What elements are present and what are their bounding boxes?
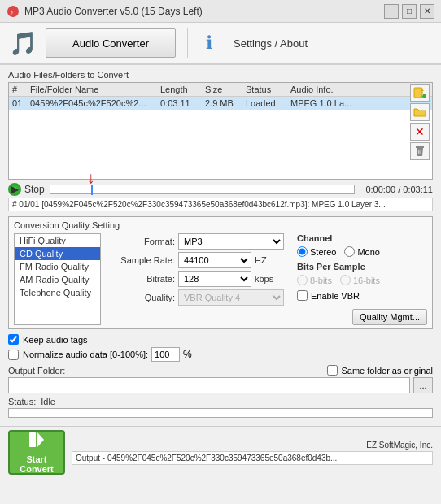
format-select[interactable]: MP3 WAV OGG AAC FLAC [178, 233, 284, 250]
svg-marker-10 [37, 432, 44, 447]
svg-rect-7 [418, 150, 420, 154]
file-actions: ✕ [408, 82, 431, 162]
quality-item-telephone[interactable]: Telephone Quality [15, 286, 100, 299]
close-button[interactable]: ✕ [420, 4, 434, 19]
toolbar: 🎵 Audio Converter ℹ Settings / About [0, 23, 441, 65]
toolbar-divider [187, 28, 188, 58]
sample-rate-unit: HZ [255, 255, 267, 265]
quality-item-cd[interactable]: CD Quality [15, 247, 100, 260]
output-folder-label: Output Folder: [8, 366, 65, 376]
enable-vbr-check[interactable]: Enable VBR [297, 290, 427, 301]
file-info-bar: # 01/01 [0459%2F045c%2F520c%2F330c359473… [8, 198, 433, 211]
progress-bar-area: ▶ Stop ↑ 0:00:00 / 0:03:11 [8, 183, 433, 196]
options-section: Keep audio tags Normalize audio data [0-… [8, 334, 433, 362]
channel-title: Channel [297, 233, 427, 243]
convert-progress-bar [8, 408, 433, 418]
remove-file-button[interactable]: ✕ [410, 123, 430, 141]
start-convert-icon [28, 431, 46, 453]
progress-track: ↑ [50, 185, 355, 194]
stop-icon: ▶ [8, 183, 21, 196]
keep-audio-tags-label: Keep audio tags [23, 335, 88, 345]
files-panel: # File/Folder Name Length Size Status Au… [8, 82, 433, 180]
stereo-option[interactable]: Stereo [297, 246, 336, 257]
quality-mgmt-button[interactable]: Quality Mgmt... [352, 309, 427, 325]
add-folder-button[interactable] [410, 103, 430, 121]
svg-rect-5 [422, 96, 427, 98]
mono-option[interactable]: Mono [344, 246, 380, 257]
progress-indicator [91, 185, 93, 195]
enable-vbr-label: Enable VBR [311, 291, 360, 301]
maximize-button[interactable]: □ [402, 4, 417, 19]
window-title: MP3 Audio Converter v5.0 (15 Days Left) [24, 6, 203, 17]
8bits-option: 8-bits [297, 275, 332, 285]
table-row[interactable]: 01 0459%2F045c%2F520c%2... 0:03:11 2.9 M… [9, 97, 432, 110]
svg-text:♪: ♪ [10, 8, 14, 16]
svg-rect-6 [416, 146, 424, 148]
right-panel: Channel Stereo Mono Bits Per Sample [297, 233, 427, 325]
channel-group: Channel Stereo Mono [297, 233, 427, 257]
sample-rate-select[interactable]: 44100 22050 11025 8000 [178, 252, 251, 268]
col-num-header: # [12, 85, 30, 94]
quality-list: HiFi Quality CD Quality FM Radio Quality… [14, 233, 101, 325]
col-length-header: Length [160, 85, 205, 94]
quality-select: VBR Quality 4 [178, 289, 284, 306]
files-table-header: # File/Folder Name Length Size Status Au… [9, 83, 432, 97]
status-label: Status: [8, 397, 36, 406]
bitrate-select[interactable]: 128 64 96 192 256 320 [178, 271, 251, 287]
browse-button[interactable]: ... [413, 377, 433, 393]
sample-rate-label: Sample Rate: [114, 255, 175, 265]
col-size-header: Size [205, 85, 246, 94]
add-file-button[interactable] [410, 84, 430, 102]
svg-rect-9 [29, 432, 36, 447]
normalize-audio-label: Normalize audio data [0-100%]: [23, 350, 148, 359]
output-section: Output Folder: Same folder as original .… [8, 365, 433, 393]
bits-group: Bits Per Sample 8-bits 16-bits [297, 262, 427, 285]
row-length: 0:03:11 [160, 98, 205, 108]
status-row: Status: Idle [8, 397, 433, 406]
audio-converter-button[interactable]: Audio Converter [46, 28, 176, 58]
row-size: 2.9 MB [205, 98, 246, 108]
same-folder-check[interactable]: Same folder as original [327, 365, 433, 376]
normalize-value-input[interactable] [151, 347, 180, 362]
files-section-label: Audio Files/Folders to Convert [8, 70, 433, 80]
bitrate-unit: kbps [255, 274, 273, 284]
bitrate-label: Bitrate: [114, 274, 175, 284]
time-display: 0:00:00 / 0:03:11 [360, 185, 433, 194]
keep-audio-tags-check[interactable]: Keep audio tags [8, 334, 433, 345]
quality-label: Quality: [114, 293, 175, 302]
normalize-audio-check[interactable]: Normalize audio data [0-100%]: [8, 350, 148, 360]
main-content: Audio Files/Folders to Convert # File/Fo… [0, 65, 441, 423]
start-convert-button[interactable]: Start Convert [8, 430, 65, 475]
row-status: Loaded [246, 98, 290, 108]
quality-item-hifi[interactable]: HiFi Quality [15, 234, 100, 247]
svg-rect-8 [421, 150, 422, 154]
minimize-button[interactable]: − [384, 4, 399, 19]
stop-label: Stop [24, 184, 45, 195]
row-num: 01 [12, 98, 30, 108]
company-label: EZ SoftMagic, Inc. [366, 441, 433, 450]
same-folder-label: Same folder as original [341, 366, 433, 376]
quality-item-fm[interactable]: FM Radio Quality [15, 260, 100, 273]
col-status-header: Status [246, 85, 290, 94]
col-name-header: File/Folder Name [30, 85, 160, 94]
status-value: Idle [41, 397, 55, 406]
app-logo: 🎵 [8, 28, 37, 58]
16bits-option: 16-bits [340, 275, 380, 285]
output-info-bar: Output - 0459%2F045c%2F520c%2F330c359473… [72, 451, 433, 465]
app-icon: ♪ [7, 5, 20, 18]
start-convert-label: Start Convert [10, 454, 63, 474]
info-icon[interactable]: ℹ [206, 33, 212, 54]
output-path-input[interactable] [8, 377, 410, 393]
title-bar: ♪ MP3 Audio Converter v5.0 (15 Days Left… [0, 0, 441, 23]
normalize-unit: % [183, 349, 192, 360]
bits-title: Bits Per Sample [297, 262, 427, 272]
quality-item-am[interactable]: AM Radio Quality [15, 273, 100, 286]
clear-list-button[interactable] [410, 142, 430, 160]
quality-section-title: Conversion Quality Setting [14, 220, 427, 230]
settings-button[interactable]: Settings / About [227, 34, 314, 53]
quality-section: Conversion Quality Setting HiFi Quality … [8, 216, 433, 329]
bottom-bar: Start Convert EZ SoftMagic, Inc. Output … [0, 426, 441, 478]
format-label: Format: [114, 237, 175, 246]
stop-button[interactable]: ▶ Stop [8, 183, 45, 196]
row-name: 0459%2F045c%2F520c%2... [30, 98, 160, 108]
